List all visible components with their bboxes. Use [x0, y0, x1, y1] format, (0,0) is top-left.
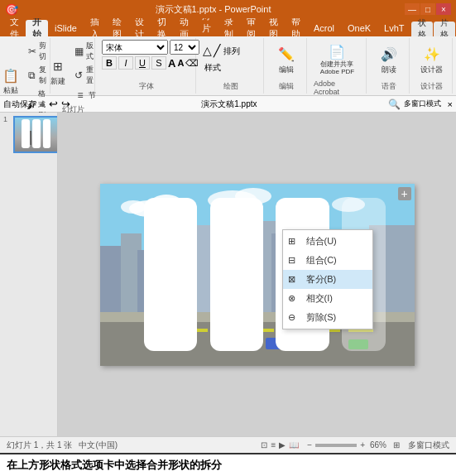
tab-home[interactable]: 开始	[26, 20, 48, 36]
speak-icon: 🔊	[379, 45, 399, 65]
menu-item-intersect[interactable]: ⊗ 相交(I)	[283, 289, 372, 308]
multiwindow-status[interactable]: 多窗口模式	[408, 440, 449, 451]
layout-button[interactable]: ▦ 版式	[71, 40, 100, 63]
maximize-button[interactable]: □	[420, 3, 435, 15]
outline-view-btn[interactable]: ≡	[271, 440, 276, 450]
new-slide-button[interactable]: ⊞ 新建	[46, 55, 70, 89]
tab-islide[interactable]: iSlide	[48, 20, 84, 36]
tab-draw[interactable]: 绘图	[106, 20, 128, 36]
font-size-select[interactable]: 12	[170, 40, 199, 55]
tab-file[interactable]: 文件	[3, 20, 26, 36]
minimize-button[interactable]: —	[405, 3, 420, 15]
tab-help[interactable]: 帮助	[285, 20, 307, 36]
title-bar: 🎯 演示文稿1.pptx - PowerPoint — □ ×	[0, 0, 456, 18]
slide-thumbnail[interactable]	[13, 116, 58, 153]
close-button[interactable]: ×	[436, 3, 451, 15]
tab-transition[interactable]: 切换	[151, 20, 173, 36]
normal-view-btn[interactable]: ⊡	[261, 440, 267, 450]
font-family-select[interactable]: 宋体	[102, 40, 168, 55]
text-size-increase[interactable]: A	[168, 57, 175, 70]
paste-button[interactable]: 📋 粘贴	[0, 64, 22, 98]
designer-label: 设计器	[420, 65, 443, 75]
language-label: 中文(中国)	[79, 440, 118, 451]
caption-text: 在上方形状格式选项卡中选择合并形状的拆分	[7, 458, 222, 473]
fit-window-btn[interactable]: ⊞	[393, 440, 400, 450]
quick-styles[interactable]: 样式	[203, 60, 223, 75]
slide-canvas[interactable]: + ⊞ 结合(U) ⊟ 组合(C) ⊠ 客分(B) ⊗ 相交(I)	[100, 184, 415, 366]
designer-group-label: 设计器	[420, 81, 443, 92]
reading-view-btn[interactable]: 📖	[289, 440, 299, 450]
split-icon: ⊠	[288, 274, 295, 285]
new-slide-icon: ⊞	[48, 56, 68, 76]
text-size-decrease[interactable]: A	[177, 58, 184, 68]
designer-button[interactable]: ✨ 设计器	[418, 43, 445, 77]
menu-item-subtract[interactable]: ⊖ 剪除(S)	[283, 308, 372, 327]
caption-bar: 在上方形状格式选项卡中选择合并形状的拆分	[0, 453, 456, 476]
white-rect-1	[144, 198, 198, 351]
edit-button[interactable]: ✏️ 编辑	[274, 43, 299, 77]
zoom-out[interactable]: −	[307, 440, 312, 450]
reset-button[interactable]: ↺ 重置	[71, 64, 100, 87]
underline-button[interactable]: U	[135, 56, 150, 70]
merge-icon: ⊟	[288, 255, 295, 266]
intersect-icon: ⊗	[288, 293, 295, 304]
paste-label: 粘贴	[3, 85, 18, 96]
zoom-level: 66%	[370, 440, 386, 450]
adobe-label: 创建并共享Adobe PDF	[320, 61, 354, 76]
tab-record[interactable]: 录制	[218, 20, 240, 36]
autosave-toggle[interactable]: ●	[40, 99, 46, 110]
adobe-pdf-button[interactable]: 📄 创建并共享Adobe PDF	[318, 40, 357, 78]
tab-view[interactable]: 视图	[262, 20, 285, 36]
app-icon: 🎯	[5, 3, 18, 16]
menu-item-combine[interactable]: ⊞ 结合(U)	[283, 232, 372, 251]
menu-item-split[interactable]: ⊠ 客分(B)	[283, 270, 372, 289]
drawing-group-label: 绘图	[223, 81, 238, 92]
search-icon[interactable]: 🔍	[388, 99, 401, 110]
tab-onek[interactable]: OneK	[341, 20, 377, 36]
main-area: 1	[0, 113, 456, 436]
tab-shape-format[interactable]: 形状格式	[411, 22, 433, 36]
zoom-slider[interactable]	[315, 444, 357, 447]
ribbon-group-designer: ✨ 设计器 设计器	[411, 38, 453, 94]
speak-button[interactable]: 🔊 朗读	[377, 43, 401, 77]
speak-label: 朗读	[382, 65, 396, 75]
shape-select[interactable]: △	[203, 44, 212, 59]
new-slide-label: 新建	[50, 76, 65, 87]
tab-insert[interactable]: 插入	[84, 20, 106, 36]
ribbon-group-slides: ⊞ 新建 ▦ 版式 ↺ 重置 ≡ 节 幻灯片	[52, 38, 95, 94]
redo-button[interactable]: ↪	[61, 98, 70, 110]
tab-design[interactable]: 设计	[128, 20, 151, 36]
bold-button[interactable]: B	[102, 56, 117, 70]
tab-review[interactable]: 审阅	[240, 20, 262, 36]
menu-item-merge[interactable]: ⊟ 组合(C)	[283, 251, 372, 270]
title-bar-text: 演示文稿1.pptx - PowerPoint	[22, 3, 405, 16]
tab-acrol[interactable]: Acrol	[307, 20, 341, 36]
adobe-pdf-icon: 📄	[327, 41, 347, 61]
subtract-icon: ⊖	[288, 312, 295, 323]
strikethrough-button[interactable]: S	[151, 56, 166, 70]
view-controls: ⊡ ≡ ▶ 📖 − + 66% ⊞ 多窗口模式	[261, 440, 449, 451]
multiwindow-label[interactable]: 多窗口模式	[404, 99, 441, 109]
tab-slideshow[interactable]: 幻灯片放映	[195, 20, 218, 36]
cut-icon: ✂	[26, 45, 37, 58]
undo-button[interactable]: ↩	[49, 98, 58, 110]
formula-bar-close[interactable]: ×	[448, 99, 453, 109]
status-bar: 幻灯片 1，共 1 张 中文(中国) ⊡ ≡ ▶ 📖 − + 66% ⊞ 多窗口…	[0, 436, 456, 453]
clear-format[interactable]: ⌫	[185, 58, 199, 69]
font-group-label: 字体	[139, 81, 154, 92]
edit-icon: ✏️	[276, 45, 296, 65]
reset-label: 重置	[86, 65, 98, 86]
reset-icon: ↺	[74, 69, 84, 82]
italic-button[interactable]: I	[118, 56, 133, 70]
slide-add-button[interactable]: +	[398, 187, 411, 200]
tab-picture-format[interactable]: 图片格式	[434, 22, 455, 36]
arrange-button[interactable]: 排列	[222, 44, 242, 59]
window-controls[interactable]: — □ ×	[405, 3, 451, 15]
tab-lvht[interactable]: LvhT	[377, 20, 410, 36]
tab-animation[interactable]: 动画	[173, 20, 195, 36]
slideshow-btn[interactable]: ▶	[279, 440, 286, 450]
context-menu: ⊞ 结合(U) ⊟ 组合(C) ⊠ 客分(B) ⊗ 相交(I) ⊖ 剪除(S	[282, 229, 373, 329]
zoom-in[interactable]: +	[360, 440, 365, 450]
line-tool[interactable]: ╱	[214, 44, 220, 59]
ribbon-group-drawing: △ ╱ 排列 样式 绘图	[198, 38, 264, 94]
